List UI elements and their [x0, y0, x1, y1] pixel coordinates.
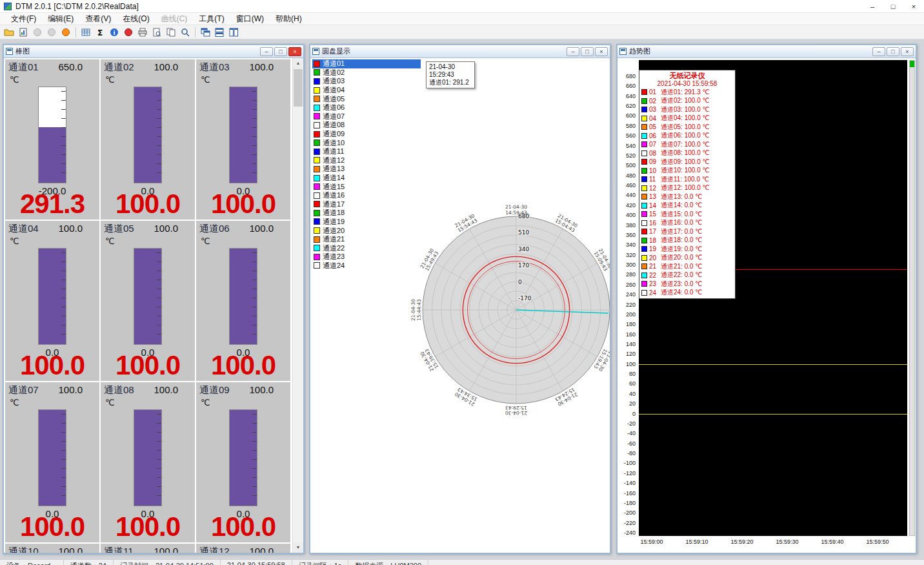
bar-scrollbar[interactable]: ▲ ▼ [292, 58, 303, 553]
radial-axis-label: 510 [518, 229, 529, 236]
bar-minimize-button[interactable]: – [260, 47, 273, 56]
y-tick-label: -200 [618, 509, 636, 516]
close-button[interactable]: × [903, 0, 924, 12]
menu-工具(T)[interactable]: 工具(T) [193, 12, 230, 26]
channel-list-item[interactable]: 通道11 [312, 147, 421, 156]
channel-list-item[interactable]: 通道04 [312, 86, 421, 95]
tile-vertical-icon[interactable] [227, 26, 240, 39]
restore-button[interactable]: □ [883, 0, 903, 12]
info-icon[interactable]: i [108, 26, 121, 39]
print-icon[interactable] [136, 26, 149, 39]
legend-channel-number: 03 [649, 106, 659, 113]
tile-horizontal-icon[interactable] [213, 26, 226, 39]
unit-label: ℃ [201, 236, 210, 246]
y-tick-label: 660 [618, 83, 636, 89]
channel-list-item[interactable]: 通道09 [312, 130, 421, 139]
channel-color-swatch [314, 105, 320, 111]
menu-编辑(E)[interactable]: 编辑(E) [42, 12, 79, 26]
menu-帮助(H)[interactable]: 帮助(H) [270, 12, 308, 26]
unit-label: ℃ [10, 75, 19, 85]
legend-entry: 02通道02: 100.0 ℃ [639, 97, 735, 106]
channel-list-item[interactable]: 通道03 [312, 77, 421, 86]
print-preview-icon[interactable] [150, 26, 163, 39]
scroll-up-icon[interactable]: ▲ [293, 58, 303, 68]
bar-cell-通道03: 通道03100.0℃0.0100.0 [196, 59, 290, 220]
legend-entry: 11通道11: 100.0 ℃ [639, 175, 735, 184]
gauge-tick-marks [157, 411, 161, 504]
menu-窗口(W)[interactable]: 窗口(W) [230, 12, 270, 26]
disc-close-button[interactable]: × [595, 47, 608, 56]
scrollbar-thumb[interactable] [294, 69, 303, 107]
menu-曲线(C)[interactable]: 曲线(C) [156, 12, 194, 26]
channel-list-item[interactable]: 通道01 [312, 59, 421, 68]
trend-close-button[interactable]: × [901, 47, 914, 56]
channel-list-item[interactable]: 通道13 [312, 165, 421, 174]
channel-value: 100.0 [196, 350, 290, 381]
legend-color-swatch [641, 238, 647, 243]
channel-value: 291.3 [5, 189, 99, 220]
legend-color-swatch [641, 263, 647, 269]
channel-list-item[interactable]: 通道02 [312, 68, 421, 77]
legend-channel-number: 05 [649, 123, 659, 130]
y-tick-label: -100 [618, 460, 636, 466]
minimize-button[interactable]: – [862, 0, 883, 12]
trend-scrollbar-thumb[interactable] [910, 61, 914, 67]
export-icon[interactable] [17, 26, 30, 39]
y-tick-label: -160 [618, 490, 636, 497]
trend-minimize-button[interactable]: – [872, 47, 885, 56]
bar-gauge [38, 87, 66, 183]
y-tick-label: 440 [618, 192, 636, 198]
open-icon[interactable] [3, 26, 15, 39]
channel-color-swatch [314, 262, 320, 269]
legend-channel-value: 通道15: 0.0 ℃ [661, 210, 703, 219]
menu-文件(F)[interactable]: 文件(F) [5, 12, 42, 26]
channel-list-item[interactable]: 通道12 [312, 156, 421, 165]
y-tick-label: 500 [618, 162, 636, 169]
trend-scrollbar[interactable] [909, 60, 915, 536]
data-table-icon[interactable] [79, 26, 92, 39]
legend-color-swatch [641, 107, 647, 112]
disc-minimize-button[interactable]: – [567, 47, 579, 56]
y-tick-label: 580 [618, 123, 636, 129]
y-tick-label: 120 [618, 351, 636, 357]
channel-list-item[interactable]: 通道14 [312, 174, 421, 183]
y-tick-label: -20 [618, 420, 636, 427]
record-icon[interactable] [59, 26, 72, 39]
channel-list-item[interactable]: 通道15 [312, 182, 421, 191]
search-icon[interactable] [179, 26, 192, 39]
channel-list-item[interactable]: 通道08 [312, 121, 421, 130]
menu-查看(V)[interactable]: 查看(V) [79, 12, 117, 26]
channel-list-item[interactable]: 通道05 [312, 94, 421, 103]
trend-plot[interactable]: 无纸记录仪2021-04-30 15:59:5801通道01: 291.3 ℃0… [639, 60, 907, 536]
bar-window-titlebar[interactable]: 棒图 – □ × [4, 45, 303, 58]
channel-list-item[interactable]: 通道06 [312, 103, 421, 112]
disc-restore-button[interactable]: □ [581, 47, 594, 56]
disc-window-titlebar[interactable]: 圆盘显示 – □ × [310, 45, 610, 58]
cascade-windows-icon[interactable] [199, 26, 212, 39]
legend-channel-number: 01 [649, 88, 659, 96]
channel-color-swatch [314, 218, 320, 225]
trend-window-titlebar[interactable]: 趋势图 – □ × [618, 45, 916, 58]
y-tick-label: 40 [618, 391, 636, 397]
legend-channel-number: 17 [649, 228, 659, 235]
toolbar-separator [195, 27, 196, 37]
sigma-statistics-icon[interactable]: Σ [94, 26, 106, 39]
channel-list-item[interactable]: 通道07 [312, 112, 421, 121]
menubar: 文件(F)编辑(E)查看(V)在线(O)曲线(C)工具(T)窗口(W)帮助(H) [0, 13, 924, 25]
copy-icon[interactable] [165, 26, 177, 39]
bar-cell-通道02: 通道02100.0℃0.0100.0 [101, 59, 195, 220]
trend-restore-button[interactable]: □ [887, 47, 899, 56]
channel-name: 通道04 [8, 223, 39, 235]
bar-restore-button[interactable]: □ [274, 47, 287, 56]
gauge-tick-marks [157, 88, 161, 181]
channel-color-swatch [314, 157, 320, 163]
scroll-down-icon[interactable]: ▼ [293, 542, 303, 553]
polar-chart[interactable]: 6805103401700-17021-04-3014:59:4321-04-3… [400, 194, 610, 426]
channel-list-item[interactable]: 通道10 [312, 138, 421, 147]
channel-color-swatch [314, 113, 320, 119]
legend-entry: 16通道16: 0.0 ℃ [639, 219, 735, 228]
gauge-tick-marks [61, 250, 66, 343]
bar-close-button[interactable]: × [288, 47, 301, 56]
alarm-icon[interactable] [122, 26, 135, 39]
menu-在线(O)[interactable]: 在线(O) [117, 12, 155, 26]
